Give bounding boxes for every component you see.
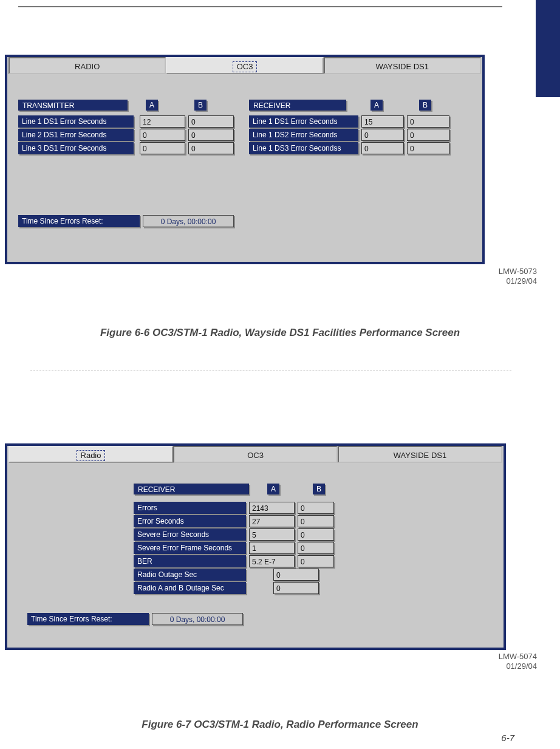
row-label: Radio Outage Sec — [134, 569, 246, 581]
tab-wayside[interactable]: WAYSIDE DS1 — [324, 57, 481, 74]
value-cell: 5.2 E-7 — [249, 555, 295, 567]
value-cell: 15 — [361, 115, 404, 128]
value-cell: 0 — [298, 555, 334, 567]
tab-label: Radio — [77, 450, 106, 461]
row-label: Line 1 DS1 Error Seconds — [249, 115, 358, 128]
row-label: Line 1 DS3 Error Secondss — [249, 142, 358, 154]
value-cell: 0 — [273, 569, 319, 581]
column-header-b: B — [419, 100, 431, 111]
tab-radio[interactable]: Radio — [9, 446, 173, 463]
time-since-reset-value: 0 Days, 00:00:00 — [143, 215, 234, 227]
time-since-reset-label: Time Since Errors Reset: — [18, 215, 140, 227]
column-header-a: A — [267, 484, 279, 494]
value-cell: 0 — [407, 142, 449, 154]
panel-body: TRANSMITTER A B Line 1 DS1 Error Seconds… — [18, 87, 471, 256]
value-cell: 0 — [140, 129, 185, 141]
value-cell: 0 — [188, 115, 234, 128]
figure-meta: LMW-5074 01/29/04 — [499, 652, 537, 672]
value-cell: 0 — [298, 515, 334, 527]
figure-caption: Figure 6-7 OC3/STM-1 Radio, Radio Perfor… — [0, 719, 560, 731]
value-cell: 27 — [249, 515, 295, 527]
figure-meta: LMW-5073 01/29/04 — [499, 267, 537, 287]
value-cell: 0 — [298, 502, 334, 514]
column-header-a: A — [146, 100, 158, 111]
figure-id: LMW-5073 — [499, 267, 537, 276]
row-label: Severe Error Seconds — [134, 528, 246, 541]
value-cell: 0 — [298, 528, 334, 541]
app-window-wayside-ds1: RADIO OC3 WAYSIDE DS1 TRANSMITTER A B Li… — [5, 55, 485, 264]
page-header-rule — [18, 6, 502, 7]
value-cell: 0 — [273, 582, 319, 594]
tab-oc3[interactable]: OC3 — [173, 446, 338, 463]
page-number: 6-7 — [501, 733, 514, 743]
row-label: Error Seconds — [134, 515, 246, 527]
panel-body: RECEIVER A B Errors 2143 0 Error Seconds… — [18, 476, 493, 641]
column-header-a: A — [370, 100, 383, 111]
figure-date: 01/29/04 — [506, 276, 537, 286]
section-header-receiver: RECEIVER — [134, 484, 249, 494]
row-label: Line 3 DS1 Error Seconds — [18, 142, 134, 154]
tab-wayside[interactable]: WAYSIDE DS1 — [338, 446, 502, 463]
tab-label: OC3 — [247, 451, 264, 460]
value-cell: 0 — [407, 129, 449, 141]
section-header-transmitter: TRANSMITTER — [18, 100, 128, 111]
divider-trace — [30, 371, 511, 371]
tab-oc3[interactable]: OC3 — [166, 57, 323, 74]
tab-label: WAYSIDE DS1 — [376, 62, 429, 71]
value-cell: 0 — [407, 115, 449, 128]
value-cell: 0 — [361, 129, 404, 141]
value-cell: 0 — [188, 142, 234, 154]
row-label: Radio A and B Outage Sec — [134, 582, 246, 594]
value-cell: 0 — [188, 129, 234, 141]
figure-caption: Figure 6-6 OC3/STM-1 Radio, Wayside DS1 … — [0, 327, 560, 339]
app-window-radio-performance: Radio OC3 WAYSIDE DS1 RECEIVER A B Error… — [5, 443, 506, 650]
tab-bar: RADIO OC3 WAYSIDE DS1 — [9, 57, 481, 75]
tab-label: RADIO — [75, 62, 100, 71]
value-cell: 1 — [249, 542, 295, 554]
row-label: Severe Error Frame Seconds — [134, 542, 246, 554]
figure-id: LMW-5074 — [499, 652, 537, 661]
row-label: BER — [134, 555, 246, 567]
tab-bar: Radio OC3 WAYSIDE DS1 — [9, 446, 502, 464]
tab-label: OC3 — [233, 61, 258, 72]
value-cell: 0 — [361, 142, 404, 154]
row-label: Line 2 DS1 Error Seconds — [18, 129, 134, 141]
value-cell: 2143 — [249, 502, 295, 514]
row-label: Line 1 DS2 Error Seconds — [249, 129, 358, 141]
time-since-reset-label: Time Since Errors Reset: — [27, 613, 149, 625]
value-cell: 0 — [298, 542, 334, 554]
row-label: Errors — [134, 502, 246, 514]
side-thumb-tab — [536, 0, 560, 97]
tab-label: WAYSIDE DS1 — [394, 451, 446, 460]
row-label: Line 1 DS1 Error Seconds — [18, 115, 134, 128]
tab-radio[interactable]: RADIO — [9, 57, 166, 74]
column-header-b: B — [194, 100, 207, 111]
value-cell: 12 — [140, 115, 185, 128]
value-cell: 5 — [249, 528, 295, 541]
time-since-reset-value: 0 Days, 00:00:00 — [152, 613, 243, 625]
value-cell: 0 — [140, 142, 185, 154]
section-header-receiver: RECEIVER — [249, 100, 346, 111]
figure-date: 01/29/04 — [506, 662, 537, 671]
column-header-b: B — [313, 484, 325, 494]
